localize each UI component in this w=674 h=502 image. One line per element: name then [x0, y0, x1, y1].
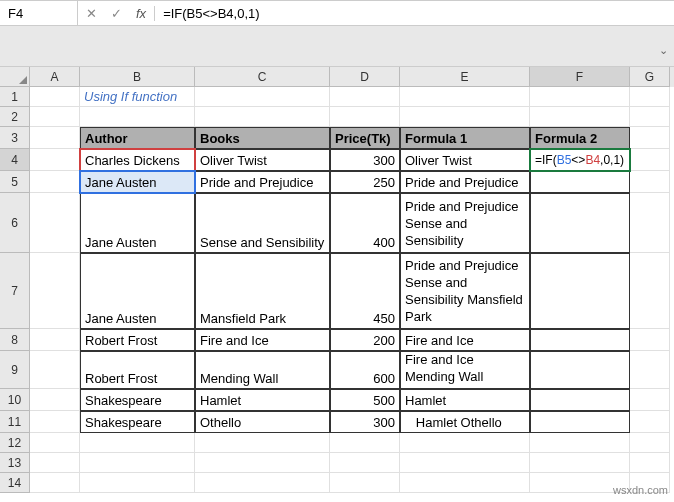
cell[interactable]: [80, 473, 195, 493]
table-cell[interactable]: Pride and Prejudice: [400, 171, 530, 193]
row-header-8[interactable]: 8: [0, 329, 30, 351]
col-header-e[interactable]: E: [400, 67, 530, 87]
table-cell[interactable]: Mansfield Park: [195, 253, 330, 329]
cell[interactable]: [400, 473, 530, 493]
table-cell[interactable]: [530, 389, 630, 411]
cell[interactable]: [630, 329, 670, 351]
row-header-14[interactable]: 14: [0, 473, 30, 493]
table-cell[interactable]: Shakespeare: [80, 411, 195, 433]
col-header-g[interactable]: G: [630, 67, 670, 87]
cell[interactable]: [330, 473, 400, 493]
row-header-3[interactable]: 3: [0, 127, 30, 149]
cell[interactable]: [630, 127, 670, 149]
cell[interactable]: [530, 87, 630, 107]
cell[interactable]: [195, 433, 330, 453]
table-header[interactable]: Author: [80, 127, 195, 149]
table-cell[interactable]: Jane Austen: [80, 253, 195, 329]
col-header-d[interactable]: D: [330, 67, 400, 87]
cell[interactable]: [80, 433, 195, 453]
cell[interactable]: [630, 193, 670, 253]
col-header-a[interactable]: A: [30, 67, 80, 87]
col-header-b[interactable]: B: [80, 67, 195, 87]
cell[interactable]: [630, 253, 670, 329]
cell[interactable]: [330, 433, 400, 453]
cell[interactable]: [30, 351, 80, 389]
table-cell[interactable]: Fire and Ice: [400, 329, 530, 351]
table-cell[interactable]: 300: [330, 149, 400, 171]
table-cell[interactable]: Oliver Twist: [400, 149, 530, 171]
row-header-12[interactable]: 12: [0, 433, 30, 453]
cell[interactable]: [630, 351, 670, 389]
cell[interactable]: [195, 473, 330, 493]
cell[interactable]: [30, 171, 80, 193]
cell[interactable]: [195, 453, 330, 473]
cell[interactable]: [400, 453, 530, 473]
table-cell[interactable]: 400: [330, 193, 400, 253]
cell[interactable]: [30, 253, 80, 329]
table-cell[interactable]: Sense and Sensibility: [195, 193, 330, 253]
cell[interactable]: [30, 453, 80, 473]
cell[interactable]: [80, 453, 195, 473]
table-header[interactable]: Price(Tk): [330, 127, 400, 149]
table-cell[interactable]: Mending Wall: [195, 351, 330, 389]
row-header-4[interactable]: 4: [0, 149, 30, 171]
cell[interactable]: [630, 453, 670, 473]
cell[interactable]: [630, 389, 670, 411]
table-header[interactable]: Formula 2: [530, 127, 630, 149]
table-cell[interactable]: 200: [330, 329, 400, 351]
table-header[interactable]: Books: [195, 127, 330, 149]
table-cell[interactable]: Oliver Twist: [195, 149, 330, 171]
expand-formula-bar-icon[interactable]: ⌄: [659, 44, 668, 57]
table-cell[interactable]: 500: [330, 389, 400, 411]
cell[interactable]: [30, 329, 80, 351]
cell[interactable]: [630, 411, 670, 433]
row-header-13[interactable]: 13: [0, 453, 30, 473]
row-header-1[interactable]: 1: [0, 87, 30, 107]
cell[interactable]: [630, 107, 670, 127]
table-cell[interactable]: 600: [330, 351, 400, 389]
table-cell[interactable]: [530, 351, 630, 389]
cell[interactable]: [30, 149, 80, 171]
title-cell[interactable]: Using If function: [80, 87, 195, 107]
col-header-c[interactable]: C: [195, 67, 330, 87]
table-cell[interactable]: Shakespeare: [80, 389, 195, 411]
cell[interactable]: [30, 193, 80, 253]
col-header-f[interactable]: F: [530, 67, 630, 87]
cell[interactable]: [30, 389, 80, 411]
row-header-7[interactable]: 7: [0, 253, 30, 329]
row-header-2[interactable]: 2: [0, 107, 30, 127]
cell[interactable]: [530, 433, 630, 453]
table-cell[interactable]: Fire and Ice: [195, 329, 330, 351]
ref-cell-b4[interactable]: Charles Dickens: [80, 149, 195, 171]
cell[interactable]: [30, 433, 80, 453]
cell[interactable]: [330, 107, 400, 127]
table-cell[interactable]: Robert Frost: [80, 329, 195, 351]
table-cell[interactable]: [530, 171, 630, 193]
table-cell[interactable]: [530, 193, 630, 253]
cell[interactable]: [195, 87, 330, 107]
cell[interactable]: [80, 107, 195, 127]
ref-cell-b5[interactable]: Jane Austen: [80, 171, 195, 193]
cell[interactable]: [530, 453, 630, 473]
cell[interactable]: [400, 433, 530, 453]
cell[interactable]: [30, 87, 80, 107]
name-box[interactable]: F4: [0, 1, 78, 25]
cell[interactable]: [30, 127, 80, 149]
select-all-corner[interactable]: [0, 67, 30, 87]
cell[interactable]: [330, 453, 400, 473]
cell[interactable]: [630, 149, 670, 171]
table-cell[interactable]: 450: [330, 253, 400, 329]
cell[interactable]: [30, 473, 80, 493]
cancel-icon[interactable]: ✕: [86, 6, 97, 21]
table-cell[interactable]: Othello: [195, 411, 330, 433]
formula-input[interactable]: =IF(B5<>B4,0,1): [155, 1, 674, 25]
table-cell[interactable]: 300: [330, 411, 400, 433]
table-cell[interactable]: Pride and Prejudice: [195, 171, 330, 193]
active-cell-f4[interactable]: =IF(B5<>B4,0,1): [530, 149, 630, 171]
row-header-6[interactable]: 6: [0, 193, 30, 253]
cell[interactable]: [400, 87, 530, 107]
table-cell[interactable]: 250: [330, 171, 400, 193]
cell[interactable]: [30, 411, 80, 433]
cell[interactable]: [330, 87, 400, 107]
cell[interactable]: [630, 87, 670, 107]
